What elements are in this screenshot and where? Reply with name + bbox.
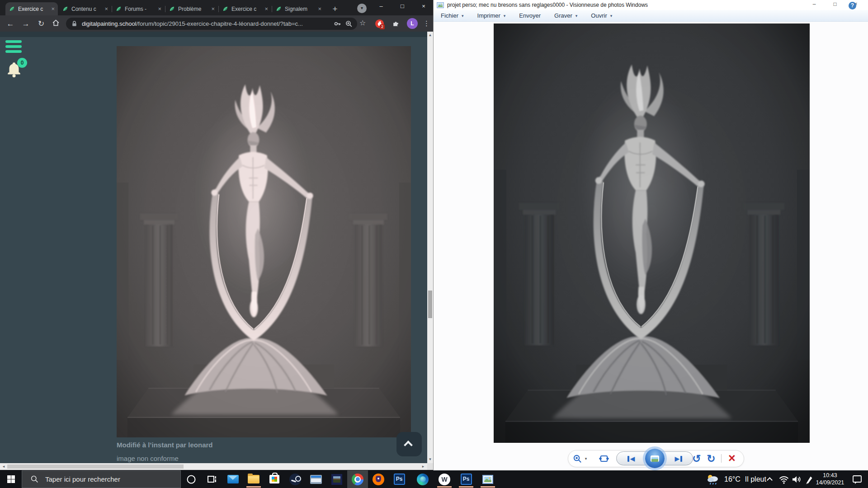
hamburger-menu-icon[interactable] xyxy=(5,40,22,55)
zoom-dropdown[interactable]: ▾ xyxy=(583,455,589,462)
taskbar-photoshop-1[interactable]: Ps xyxy=(389,470,410,488)
taskbar-search-input[interactable]: Taper ici pour rechercher xyxy=(22,470,181,488)
vertical-scroll-thumb[interactable] xyxy=(428,291,432,318)
scroll-right-arrow[interactable]: ▸ xyxy=(420,464,426,469)
address-bar[interactable]: digitalpainting.school/forum/topic/29015… xyxy=(66,18,357,30)
cortana-button[interactable] xyxy=(181,470,202,488)
menu-imprimer[interactable]: Imprimer▾ xyxy=(477,12,506,19)
site-favicon xyxy=(222,5,229,12)
taskbar-avast-browser[interactable] xyxy=(368,470,389,488)
rotate-cw-button[interactable]: ↻ xyxy=(705,452,717,465)
horizontal-scroll-thumb[interactable] xyxy=(7,465,184,469)
chevron-up-icon xyxy=(767,477,773,483)
new-tab-button[interactable]: + xyxy=(329,3,341,15)
taskbar-picture-app[interactable] xyxy=(326,470,347,488)
extensions-button[interactable] xyxy=(390,18,401,29)
tab-close-icon[interactable]: × xyxy=(264,5,268,12)
password-key-icon[interactable] xyxy=(334,20,341,28)
tab-probleme[interactable]: Problème × xyxy=(165,2,218,15)
bookmark-star-button[interactable]: ☆ xyxy=(359,19,366,27)
clock-date: 14/09/2021 xyxy=(811,479,849,486)
taskbar-file-explorer[interactable] xyxy=(243,470,264,488)
taskbar-edge[interactable] xyxy=(412,470,433,488)
browser-minimize-button[interactable]: – xyxy=(372,0,391,14)
taskbar-w-app[interactable]: W xyxy=(434,470,455,488)
reload-button[interactable]: ↻ xyxy=(35,18,47,30)
tab-search-button[interactable]: ▾ xyxy=(357,4,367,13)
taskbar-microsoft-store[interactable] xyxy=(264,470,285,488)
taskbar-photo-viewer[interactable] xyxy=(477,470,498,488)
scroll-down-arrow[interactable]: ▼ xyxy=(427,457,433,461)
slideshow-button[interactable] xyxy=(645,449,665,468)
tray-overflow-button[interactable] xyxy=(768,470,772,488)
delete-button[interactable]: × xyxy=(726,451,738,465)
photo-viewer-icon xyxy=(482,475,493,484)
task-view-button[interactable] xyxy=(202,470,222,488)
back-to-top-button[interactable] xyxy=(396,432,422,456)
menu-fichier[interactable]: Fichier▾ xyxy=(441,12,464,19)
browser-menu-button[interactable]: ⋮ xyxy=(423,18,430,29)
tab-contenu[interactable]: Contenu c × xyxy=(59,2,111,15)
viewer-maximize-button[interactable]: □ xyxy=(827,0,843,9)
chevron-down-icon: ▾ xyxy=(504,14,506,18)
scroll-up-arrow[interactable]: ▲ xyxy=(427,33,433,37)
taskbar-window-app[interactable] xyxy=(306,470,326,488)
tab-strip: Exercice c × Contenu c × Forums - × Prob… xyxy=(0,0,433,15)
photo-viewer-window: projet perso; mec nu bresons sans reglag… xyxy=(433,0,868,470)
post-note-link[interactable]: image non conforme xyxy=(117,455,179,462)
profile-avatar[interactable]: L xyxy=(407,18,418,29)
horizontal-scrollbar[interactable]: ◂ ▸ xyxy=(0,463,427,470)
volume-button[interactable] xyxy=(791,470,802,488)
vertical-scrollbar[interactable]: ▲ ▼ xyxy=(427,32,433,463)
tab-close-icon[interactable]: × xyxy=(158,5,161,12)
volume-icon xyxy=(791,474,802,485)
browser-maximize-button[interactable]: □ xyxy=(393,0,412,14)
tab-signalement[interactable]: Signalem × xyxy=(272,2,325,15)
task-view-icon xyxy=(207,474,217,485)
notifications-bell[interactable]: 0 xyxy=(5,60,28,83)
tab-exercice-2[interactable]: Exercice c × xyxy=(219,2,271,15)
taskbar-mail[interactable] xyxy=(222,470,243,488)
url-domain: digitalpainting.school xyxy=(82,20,137,27)
menu-graver[interactable]: Graver▾ xyxy=(554,12,577,19)
taskbar-chrome-active[interactable] xyxy=(347,470,368,488)
tab-exercice-1[interactable]: Exercice c × xyxy=(5,2,58,15)
chevron-down-icon: ▾ xyxy=(576,14,578,18)
edge-icon xyxy=(417,474,429,485)
tab-close-icon[interactable]: × xyxy=(318,5,321,12)
scrollbar-corner xyxy=(427,463,433,470)
site-favicon xyxy=(9,5,15,12)
forum-post-image[interactable] xyxy=(117,46,411,437)
weather-widget[interactable]: 16°C Il pleut xyxy=(706,470,766,488)
skip-bar xyxy=(680,456,682,462)
tab-close-icon[interactable]: × xyxy=(211,5,215,12)
home-button[interactable] xyxy=(50,19,61,30)
actual-size-button[interactable] xyxy=(599,453,609,464)
action-center-button[interactable] xyxy=(852,470,863,488)
wifi-button[interactable] xyxy=(778,470,789,488)
tab-forums[interactable]: Forums - × xyxy=(112,2,165,15)
back-button[interactable]: ← xyxy=(5,18,16,30)
zoom-icon[interactable] xyxy=(345,20,353,28)
tab-close-icon[interactable]: × xyxy=(104,5,108,12)
start-button[interactable] xyxy=(0,470,22,488)
adblock-extension-button[interactable]: 2 xyxy=(373,18,385,29)
zoom-button[interactable] xyxy=(572,453,583,464)
browser-close-button[interactable]: × xyxy=(414,0,433,14)
taskbar-photoshop-2[interactable]: Ps xyxy=(456,470,476,488)
viewer-titlebar[interactable]: projet perso; mec nu bresons sans reglag… xyxy=(434,0,868,10)
taskbar-clock[interactable]: 10:43 14/09/2021 xyxy=(811,472,849,486)
weather-temperature: 16°C xyxy=(724,475,741,483)
tab-close-icon[interactable]: × xyxy=(51,5,55,12)
picture-app-icon xyxy=(331,474,342,485)
forward-button[interactable]: → xyxy=(20,18,32,30)
rotate-ccw-button[interactable]: ↺ xyxy=(690,452,703,465)
menu-envoyer[interactable]: Envoyer xyxy=(519,12,541,19)
help-button[interactable]: ? xyxy=(849,2,856,9)
next-button[interactable]: ▶ xyxy=(672,454,685,464)
taskbar-steam[interactable] xyxy=(285,470,306,488)
previous-button[interactable]: ◀ xyxy=(625,454,637,464)
viewer-minimize-button[interactable]: – xyxy=(806,0,822,9)
scroll-left-arrow[interactable]: ◂ xyxy=(0,464,7,469)
menu-ouvrir[interactable]: Ouvrir▾ xyxy=(591,12,612,19)
